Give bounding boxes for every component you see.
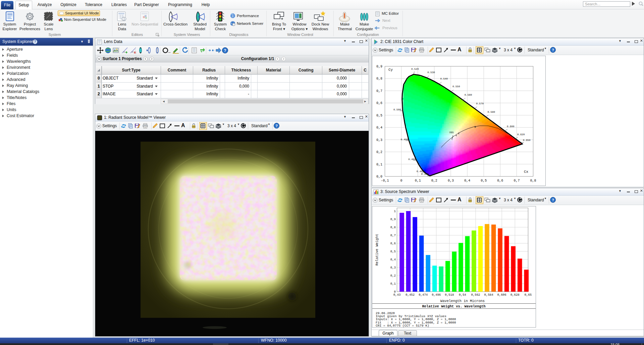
svg-text:0.520: 0.520 [411, 68, 419, 70]
svg-text:0,2: 0,2 [431, 179, 437, 183]
svg-text:0.500: 0.500 [393, 108, 401, 111]
svg-text:0,562: 0,562 [471, 293, 480, 297]
svg-text:0,452: 0,452 [406, 293, 415, 297]
svg-text:0: 0 [394, 290, 396, 294]
svg-text:0.380: 0.380 [421, 173, 429, 176]
svg-text:0,4: 0,4 [376, 126, 382, 130]
svg-text:0,65: 0,65 [524, 293, 532, 297]
svg-text:0.550: 0.550 [452, 85, 460, 88]
svg-text:0.560: 0.560 [465, 94, 472, 96]
svg-text:0,9: 0,9 [390, 218, 396, 221]
svg-text:?: ? [275, 124, 278, 128]
svg-text:0,5: 0,5 [376, 114, 382, 117]
svg-text:0,3: 0,3 [390, 266, 396, 269]
svg-text:Wavelength in Microns: Wavelength in Microns [440, 299, 485, 303]
svg-text:0,0: 0,0 [376, 175, 382, 179]
svg-text:0,8: 0,8 [530, 179, 536, 183]
svg-text:0.580: 0.580 [488, 111, 495, 113]
svg-text:0,5: 0,5 [481, 179, 487, 183]
svg-text:0,518: 0,518 [445, 293, 454, 297]
svg-text:0,2: 0,2 [390, 274, 396, 278]
svg-text:0,584: 0,584 [484, 293, 493, 297]
svg-text:Cx: Cx [524, 170, 529, 174]
svg-text:Relative Weight vs. Wavelength: Relative Weight vs. Wavelength [422, 304, 485, 308]
svg-text:E: E [458, 132, 460, 135]
svg-text:0,1: 0,1 [390, 282, 396, 286]
svg-text:0.540: 0.540 [440, 78, 448, 80]
svg-text:0,1: 0,1 [376, 163, 382, 166]
svg-text:0,7: 0,7 [514, 179, 520, 183]
svg-text:0,628: 0,628 [511, 293, 520, 297]
svg-text:0,1: 0,1 [415, 179, 421, 183]
svg-text:0.530: 0.530 [427, 71, 435, 74]
svg-text:0,4: 0,4 [390, 258, 396, 261]
svg-text:?: ? [224, 48, 226, 53]
svg-text:0,3: 0,3 [448, 179, 454, 183]
svg-text:0.650: 0.650 [523, 139, 531, 142]
svg-text:0: 0 [400, 179, 402, 183]
svg-text:0,6: 0,6 [497, 179, 503, 183]
svg-text:0.570: 0.570 [476, 102, 484, 105]
svg-text:0,8: 0,8 [390, 226, 396, 229]
svg-text:?: ? [34, 40, 36, 44]
svg-text:0,43: 0,43 [393, 293, 401, 297]
svg-text:D65: D65 [449, 131, 454, 134]
svg-text:0.460: 0.460 [417, 170, 424, 173]
svg-text:CRI = 84,0775 (CCT = 5179 K): CRI = 84,0775 (CCT = 5179 K) [376, 324, 429, 328]
svg-text:Cy: Cy [388, 68, 393, 72]
svg-text:0.490: 0.490 [401, 138, 409, 141]
svg-text:0.600: 0.600 [507, 125, 515, 128]
svg-text:0,496: 0,496 [432, 293, 441, 297]
svg-text:Relative Weight: Relative Weight [375, 234, 379, 266]
svg-text:C: C [451, 138, 453, 141]
svg-text:0.480: 0.480 [408, 158, 416, 161]
svg-text:0,3: 0,3 [376, 138, 382, 142]
svg-text:0,606: 0,606 [497, 293, 506, 297]
svg-text:0,7: 0,7 [376, 89, 382, 93]
svg-text:0,2: 0,2 [376, 150, 382, 154]
svg-text:0,8: 0,8 [376, 77, 382, 81]
svg-text:0,5: 0,5 [390, 250, 396, 253]
svg-text:0,54: 0,54 [459, 293, 466, 297]
svg-text:0,6: 0,6 [390, 242, 396, 245]
svg-text:0,474: 0,474 [419, 293, 428, 297]
svg-text:1: 1 [394, 210, 396, 213]
svg-text:?: ? [552, 198, 554, 202]
svg-text:0.620: 0.620 [517, 133, 525, 136]
svg-text:0,4: 0,4 [464, 179, 470, 183]
svg-text:?: ? [552, 48, 554, 52]
svg-text:-0,1: -0,1 [381, 179, 389, 183]
svg-text:0,7: 0,7 [390, 234, 396, 237]
svg-text:0,9: 0,9 [376, 65, 382, 68]
svg-text:0,6: 0,6 [376, 101, 382, 105]
